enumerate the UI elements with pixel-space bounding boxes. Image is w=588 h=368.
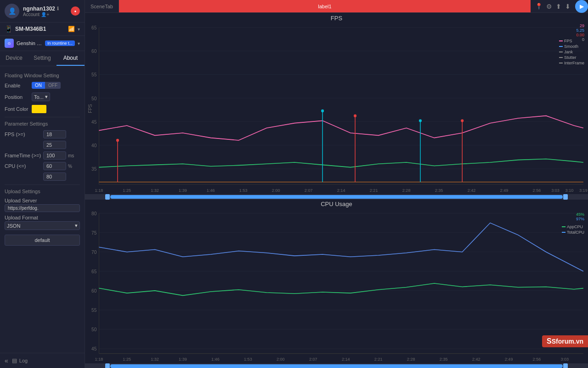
fps-legend-interframe: InterFrame bbox=[559, 61, 584, 65]
svg-text:2:56: 2:56 bbox=[533, 357, 541, 362]
format-select-container: JSON ▾ bbox=[5, 221, 80, 230]
svg-text:3:03: 3:03 bbox=[551, 188, 560, 193]
cpu-input-1[interactable] bbox=[43, 162, 66, 170]
play-button[interactable]: ▶ bbox=[575, 0, 588, 13]
cpu-scrollbar-left-handle[interactable] bbox=[105, 363, 110, 368]
cpu-scrollbar[interactable] bbox=[85, 363, 588, 368]
upload-server-input[interactable] bbox=[5, 204, 80, 212]
fps-input-2[interactable] bbox=[43, 141, 66, 149]
svg-text:2:56: 2:56 bbox=[533, 188, 541, 193]
tab-about[interactable]: About bbox=[57, 51, 85, 66]
svg-text:2:42: 2:42 bbox=[468, 188, 476, 193]
svg-text:55: 55 bbox=[91, 308, 97, 313]
svg-text:75: 75 bbox=[91, 230, 97, 236]
tab-device[interactable]: Device bbox=[0, 51, 28, 66]
fps-val2: 5.25 bbox=[576, 28, 584, 33]
upload-icon[interactable]: ⬆ bbox=[556, 3, 561, 10]
upload-settings-title: Upload Settings bbox=[5, 189, 80, 194]
fps-chart-container: FPS 29 5.25 0.00 0 FPS Smooth bbox=[85, 23, 588, 194]
cpu-row-1: CPU (<=) % bbox=[5, 162, 80, 170]
format-select[interactable]: JSON ▾ bbox=[5, 221, 80, 230]
fps-legend-smooth: Smooth bbox=[559, 44, 584, 49]
collapse-sidebar-btn[interactable]: « bbox=[5, 357, 8, 364]
svg-text:45: 45 bbox=[91, 346, 97, 351]
cpu-label: CPU (<=) bbox=[5, 163, 41, 169]
tab-setting[interactable]: Setting bbox=[28, 51, 56, 66]
sidebar-footer: « ▤ Log bbox=[0, 353, 85, 368]
sidebar: 👤 ngnhan1302 ℹ Account 👤+ ● 📱 SM-M346B1 … bbox=[0, 0, 85, 368]
svg-text:2:07: 2:07 bbox=[309, 357, 317, 362]
svg-text:2:21: 2:21 bbox=[370, 188, 378, 193]
svg-text:2:21: 2:21 bbox=[374, 357, 383, 362]
default-button[interactable]: default bbox=[5, 235, 80, 246]
log-label: Log bbox=[19, 358, 28, 363]
svg-text:50: 50 bbox=[91, 327, 97, 332]
font-color-row: Font Color bbox=[5, 105, 80, 113]
svg-text:65: 65 bbox=[91, 269, 97, 274]
jank-dot bbox=[559, 52, 563, 52]
cpu-unit: % bbox=[68, 164, 72, 169]
svg-point-24 bbox=[419, 119, 422, 122]
fps-input-1[interactable] bbox=[43, 130, 66, 138]
svg-text:1:53: 1:53 bbox=[239, 188, 248, 193]
svg-point-18 bbox=[116, 139, 119, 142]
app-name: Genshin Imp... bbox=[17, 40, 42, 46]
svg-text:2:00: 2:00 bbox=[272, 188, 280, 193]
wifi-icon: 📶 bbox=[68, 26, 75, 32]
svg-text:2:49: 2:49 bbox=[505, 357, 513, 362]
frametime-label: FrameTime (>=) bbox=[5, 153, 41, 158]
upload-format-label: Upload Format bbox=[5, 215, 80, 220]
svg-text:2:42: 2:42 bbox=[472, 357, 481, 362]
svg-point-26 bbox=[461, 119, 464, 122]
add-user-icon[interactable]: 👤+ bbox=[41, 12, 49, 17]
device-row[interactable]: 📱 SM-M346B1 📶 ▾ bbox=[0, 23, 85, 36]
settings-icon[interactable]: ⚙ bbox=[546, 3, 552, 10]
svg-text:2:28: 2:28 bbox=[402, 188, 411, 193]
position-select[interactable]: To... ▾ bbox=[32, 92, 50, 101]
cpu-legend-app-label: AppCPU bbox=[567, 224, 583, 229]
svg-text:1:18: 1:18 bbox=[95, 357, 103, 362]
sidebar-content: Floating Window Setting Enable ON OFF Po… bbox=[0, 66, 85, 353]
position-label: Position bbox=[5, 94, 30, 100]
username-label: ngnhan1302 ℹ bbox=[23, 6, 71, 12]
svg-text:1:53: 1:53 bbox=[244, 357, 252, 362]
download-icon[interactable]: ⬇ bbox=[565, 3, 571, 10]
fps-legend-label-fps: FPS bbox=[564, 39, 572, 43]
cpu-legend-total: TotalCPU bbox=[562, 230, 584, 235]
app-row[interactable]: G Genshin Imp... In rountine t... ▾ bbox=[0, 36, 85, 51]
fps-label: FPS (>=) bbox=[5, 132, 41, 137]
fps-legend-fps: FPS bbox=[559, 39, 584, 43]
toggle-off-btn[interactable]: OFF bbox=[45, 82, 61, 89]
log-icon[interactable]: ▤ bbox=[12, 357, 17, 364]
fps-chart-title: FPS bbox=[85, 13, 588, 23]
frametime-input[interactable] bbox=[43, 151, 66, 160]
cpu-chart-legend: AppCPU TotalCPU bbox=[562, 224, 584, 235]
main-content: SceneTab label1 📍 ⚙ ⬆ ⬇ ▶ FPS FPS 29 5.2… bbox=[85, 0, 588, 368]
app-chevron-icon[interactable]: ▾ bbox=[78, 41, 80, 46]
device-chevron-icon[interactable]: ▾ bbox=[78, 27, 80, 32]
scene-tab-bar: SceneTab label1 📍 ⚙ ⬆ ⬇ ▶ bbox=[85, 0, 588, 13]
enable-toggle[interactable]: ON OFF bbox=[32, 82, 61, 89]
fps-chart-svg: 65 60 55 50 45 40 35 bbox=[85, 23, 588, 194]
toggle-on-btn[interactable]: ON bbox=[32, 82, 45, 89]
active-scene-tab[interactable]: label1 bbox=[119, 0, 531, 12]
cpu-scrollbar-right-handle[interactable] bbox=[563, 363, 568, 368]
svg-text:1:25: 1:25 bbox=[123, 188, 131, 193]
color-swatch[interactable] bbox=[32, 105, 46, 113]
divider-2 bbox=[5, 184, 80, 185]
avatar: 👤 bbox=[5, 4, 19, 18]
fps-row: FPS (>=) bbox=[5, 130, 80, 138]
svg-text:2:14: 2:14 bbox=[337, 188, 345, 193]
svg-point-22 bbox=[354, 114, 356, 117]
cpu-input-2[interactable] bbox=[43, 172, 66, 181]
log-row: ▤ Log bbox=[12, 357, 28, 364]
upload-server-label: Upload Server bbox=[5, 198, 80, 203]
svg-text:1:25: 1:25 bbox=[123, 357, 131, 362]
svg-text:70: 70 bbox=[91, 250, 97, 255]
cpu-legend-app: AppCPU bbox=[562, 224, 584, 229]
fps-scrollbar-thumb[interactable] bbox=[110, 195, 563, 199]
fps-val1: 29 bbox=[576, 23, 584, 28]
cpu-scrollbar-thumb[interactable] bbox=[110, 364, 563, 368]
cpu-row-2 bbox=[5, 172, 80, 181]
position-row: Position To... ▾ bbox=[5, 92, 80, 101]
